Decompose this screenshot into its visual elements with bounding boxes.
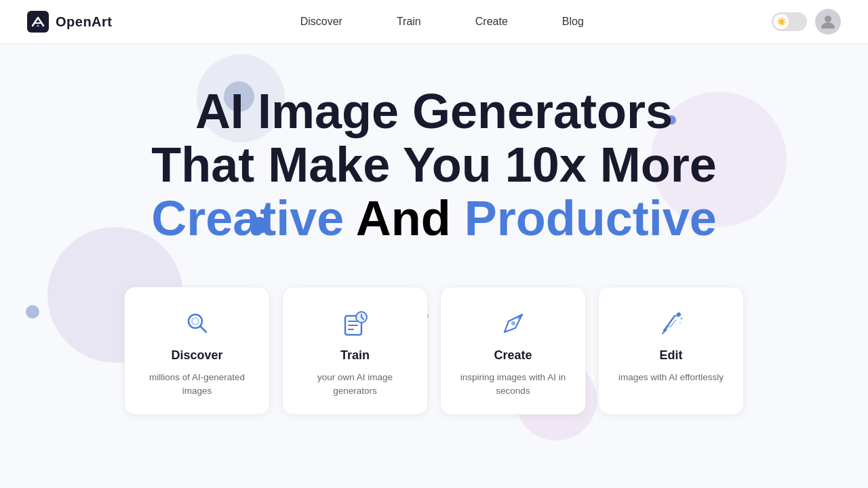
theme-sun-icon: ☀️ xyxy=(774,14,789,29)
svg-point-17 xyxy=(677,312,681,317)
hero-section: AI Image Generators That Make You 10x Mo… xyxy=(0,44,868,488)
logo[interactable]: OpenArt xyxy=(27,11,113,33)
card-create-title: Create xyxy=(494,348,532,363)
card-edit[interactable]: Edit images with AI effortlessly xyxy=(598,287,744,415)
nav-discover[interactable]: Discover xyxy=(300,16,342,28)
svg-point-2 xyxy=(825,16,831,22)
heading-line-2: That Make You 10x More xyxy=(151,138,717,192)
user-avatar[interactable] xyxy=(815,9,841,35)
deco-circle-6 xyxy=(26,305,39,319)
heading-productive: Productive xyxy=(465,191,717,245)
discover-icon xyxy=(180,306,214,340)
nav-links: Discover Train Create Blog xyxy=(300,16,584,28)
logo-icon xyxy=(27,11,49,33)
heading-line-3: Creative And Productive xyxy=(151,192,717,245)
navbar: OpenArt Discover Train Create Blog ☀️ xyxy=(0,0,868,44)
logo-text: OpenArt xyxy=(56,14,113,30)
card-create[interactable]: Create inspiring images with AI in secon… xyxy=(440,287,586,415)
svg-point-20 xyxy=(679,321,681,323)
nav-blog[interactable]: Blog xyxy=(562,16,584,28)
avatar-icon xyxy=(818,12,837,31)
svg-point-5 xyxy=(192,318,199,325)
card-train-desc: your own AI image generators xyxy=(296,371,414,399)
heading-line-1: AI Image Generators xyxy=(151,85,717,138)
card-train[interactable]: Train your own AI image generators xyxy=(282,287,428,415)
nav-create[interactable]: Create xyxy=(475,16,508,28)
card-edit-desc: images with AI effortlessly xyxy=(618,371,724,384)
nav-train[interactable]: Train xyxy=(397,16,421,28)
train-icon xyxy=(338,306,372,340)
card-edit-title: Edit xyxy=(660,348,683,363)
heading-creative: Creative xyxy=(151,191,344,245)
heading-and: And xyxy=(344,191,464,245)
feature-cards: Discover millions of AI-generated images… xyxy=(124,287,744,415)
nav-right: ☀️ xyxy=(772,9,841,35)
svg-point-19 xyxy=(680,317,683,320)
edit-icon xyxy=(654,306,688,340)
svg-point-13 xyxy=(511,321,515,325)
svg-line-4 xyxy=(200,326,206,332)
theme-toggle[interactable]: ☀️ xyxy=(772,12,807,31)
svg-rect-0 xyxy=(27,11,49,33)
card-train-title: Train xyxy=(340,348,370,363)
card-create-desc: inspiring images with AI in seconds xyxy=(454,371,572,399)
hero-heading: AI Image Generators That Make You 10x Mo… xyxy=(151,85,717,246)
card-discover-title: Discover xyxy=(171,348,222,363)
svg-point-1 xyxy=(37,24,39,27)
card-discover[interactable]: Discover millions of AI-generated images xyxy=(124,287,270,415)
card-discover-desc: millions of AI-generated images xyxy=(138,371,256,399)
create-icon xyxy=(496,306,530,340)
